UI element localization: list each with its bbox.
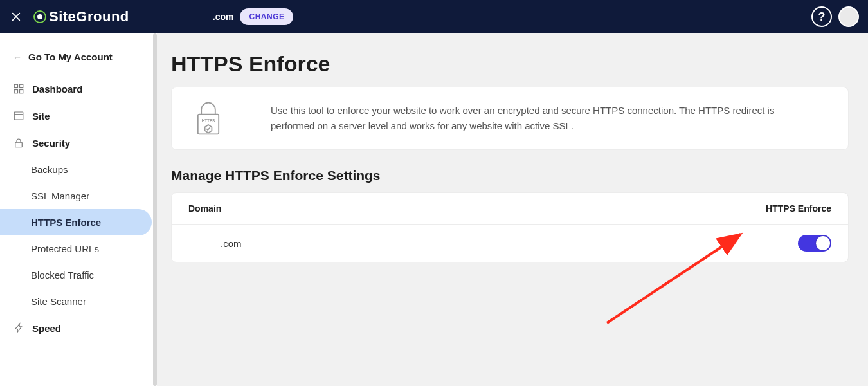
close-icon[interactable] [9,10,23,24]
intro-description: Use this tool to enforce your website to… [271,103,809,134]
sidebar-item-label: Security [32,138,70,149]
sidebar-sub-https-enforce[interactable]: HTTPS Enforce [0,209,152,235]
go-to-account-label: Go To My Account [28,51,113,62]
section-title: Manage HTTPS Enforce Settings [171,168,849,183]
sidebar-item-label: Speed [32,323,61,334]
https-lock-icon: HTTPS [191,99,226,138]
help-icon[interactable]: ? [811,6,832,27]
svg-rect-2 [14,84,17,87]
page-title: HTTPS Enforce [171,51,849,77]
sidebar-item-speed[interactable]: Speed [0,315,157,342]
sidebar-item-security[interactable]: Security [0,129,157,156]
back-arrow-icon: ← [13,52,22,62]
sidebar-sub-backups[interactable]: Backups [0,156,152,183]
sidebar-item-label: Site [32,111,50,122]
sidebar-sub-protected-urls[interactable]: Protected URLs [0,235,152,262]
dashboard-icon [13,83,24,95]
https-enforce-table: Domain HTTPS Enforce .com [171,192,849,262]
https-enforce-toggle[interactable] [798,235,831,252]
column-header-domain: Domain [188,203,741,214]
speed-icon [13,322,24,334]
svg-rect-8 [15,142,23,147]
brand-eye-icon [33,10,46,23]
brand-logo[interactable]: SiteGround [33,8,129,25]
site-icon [13,110,24,122]
svg-text:HTTPS: HTTPS [202,118,215,123]
current-domain-text: .com [213,12,234,22]
top-bar: SiteGround .com CHANGE ? [0,0,868,33]
svg-rect-4 [14,90,17,93]
sidebar: ← Go To My Account Dashboard Site Securi… [0,33,157,386]
table-row: .com [172,225,848,262]
table-header: Domain HTTPS Enforce [172,193,848,225]
change-domain-button[interactable]: CHANGE [240,8,293,25]
sidebar-sub-ssl-manager[interactable]: SSL Manager [0,183,152,209]
avatar[interactable] [838,6,859,27]
sidebar-sub-blocked-traffic[interactable]: Blocked Traffic [0,262,152,288]
sidebar-sub-site-scanner[interactable]: Site Scanner [0,288,152,315]
svg-rect-3 [20,84,23,87]
sidebar-item-site[interactable]: Site [0,102,157,129]
svg-rect-5 [20,90,23,93]
sidebar-item-label: Dashboard [32,84,82,95]
current-domain: .com CHANGE [213,8,294,25]
svg-rect-6 [14,112,23,120]
row-domain-text: .com [188,238,741,249]
main-content: HTTPS Enforce HTTPS Use this tool to enf… [157,33,868,386]
lock-icon [13,137,24,149]
brand-text: SiteGround [49,8,129,25]
intro-card: HTTPS Use this tool to enforce your webs… [171,87,849,150]
sidebar-item-dashboard[interactable]: Dashboard [0,75,157,102]
column-header-toggle: HTTPS Enforce [741,203,831,214]
go-to-account-link[interactable]: ← Go To My Account [0,48,157,75]
